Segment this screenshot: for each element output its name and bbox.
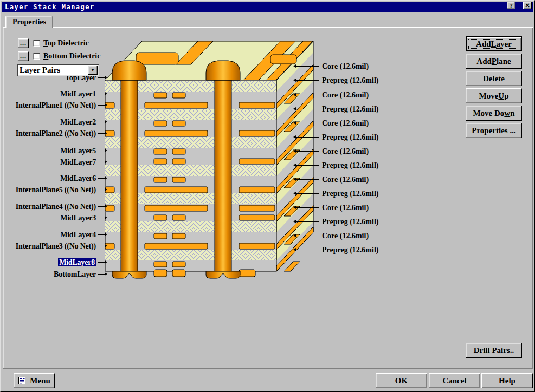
- arrow-right-icon: [98, 177, 107, 180]
- dielectric-label: Core (12.6mil): [322, 119, 369, 128]
- layer-name-label[interactable]: MidLayer1: [60, 90, 96, 98]
- layer-name-label[interactable]: InternalPlane4 ((No Net)): [16, 202, 96, 211]
- arrow-right-icon: [98, 205, 107, 208]
- arrow-left-icon: [293, 121, 319, 125]
- layer-stack-manager-dialog: Layer Stack Manager ? ✕ Properties: [0, 0, 535, 392]
- arrow-right-icon: [98, 272, 107, 276]
- arrow-left-icon: [293, 192, 319, 195]
- layer-row[interactable]: InternalPlane3 ((No Net)): [1, 242, 107, 250]
- titlebar[interactable]: Layer Stack Manager: [2, 2, 533, 12]
- add-layer-button[interactable]: Add Layer: [466, 36, 522, 51]
- arrow-left-icon: [293, 149, 319, 153]
- arrow-right-icon: [98, 188, 107, 192]
- bottom-dielectric-label: Bottom Dielectric: [43, 52, 100, 61]
- layer-name-label[interactable]: InternalPlane5 ((No Net)): [16, 186, 96, 194]
- dielectric-row: Prepreg (12.6mil): [293, 105, 467, 113]
- layer-row[interactable]: InternalPlane2 ((No Net)): [1, 129, 107, 138]
- layer-name-label[interactable]: MidLayer4: [60, 231, 96, 239]
- dielectric-label: Core (12.6mil): [322, 91, 369, 100]
- layer-row[interactable]: MidLayer8: [1, 258, 107, 266]
- layer-pairs-dropdown[interactable]: Layer Pairs ▼: [17, 64, 99, 76]
- dielectric-label: Prepreg (12.6mil): [322, 105, 378, 114]
- arrow-right-icon: [98, 76, 107, 80]
- arrow-left-icon: [293, 220, 319, 224]
- layer-name-label[interactable]: MidLayer2: [60, 118, 96, 126]
- bottom-dielectric-checkbox[interactable]: [33, 53, 40, 60]
- layer-row[interactable]: BottomLayer: [1, 270, 107, 278]
- arrow-right-icon: [98, 233, 107, 237]
- chevron-down-icon[interactable]: ▼: [88, 66, 98, 75]
- layer-name-label[interactable]: MidLayer5: [60, 147, 96, 155]
- move-down-button[interactable]: Move Down: [466, 106, 522, 121]
- dielectric-row: Core (12.6mil): [293, 204, 467, 212]
- top-dielectric-checkbox[interactable]: [33, 40, 40, 47]
- dielectric-row: Core (12.6mil): [293, 232, 467, 240]
- dielectric-label: Prepreg (12.6mil): [322, 161, 378, 170]
- add-plane-button[interactable]: Add Plane: [466, 54, 522, 69]
- close-button[interactable]: ✕: [523, 2, 532, 9]
- help-titlebar-button[interactable]: ?: [507, 2, 515, 9]
- dielectric-label: Core (12.6mil): [322, 204, 369, 212]
- dielectric-label: Core (12.6mil): [322, 232, 369, 240]
- bottom-dielectric-browse-button[interactable]: ...: [18, 51, 29, 61]
- dielectric-row: Prepreg (12.6mil): [293, 133, 467, 141]
- layer-name-label[interactable]: MidLayer7: [60, 158, 96, 166]
- cancel-button[interactable]: Cancel: [429, 373, 480, 388]
- move-up-button[interactable]: Move Up: [466, 88, 522, 103]
- layer-row[interactable]: MidLayer2: [1, 118, 107, 126]
- arrow-left-icon: [293, 93, 319, 97]
- delete-button[interactable]: Delete: [466, 71, 522, 86]
- top-dielectric-label: Top Dielectric: [43, 39, 89, 48]
- layer-name-label[interactable]: InternalPlane1 ((No Net)): [16, 101, 96, 109]
- dielectric-label: Prepreg (12.6mil): [322, 246, 378, 254]
- arrow-left-icon: [293, 178, 319, 181]
- drill-pairs-button[interactable]: Drill Pairs..: [466, 343, 522, 358]
- menu-button[interactable]: Menu: [14, 373, 55, 388]
- layer-name-label[interactable]: MidLayer6: [60, 174, 96, 182]
- menu-icon: [18, 376, 27, 385]
- tab-properties[interactable]: Properties: [5, 16, 53, 28]
- dielectric-row: Prepreg (12.6mil): [293, 76, 467, 84]
- arrow-right-icon: [98, 120, 107, 124]
- dielectric-label: Prepreg (12.6mil): [322, 76, 378, 85]
- arrow-left-icon: [293, 79, 319, 82]
- layer-row[interactable]: MidLayer5: [1, 147, 107, 155]
- dielectric-row: Core (12.6mil): [293, 147, 467, 155]
- arrow-left-icon: [293, 64, 319, 68]
- arrow-right-icon: [98, 160, 107, 164]
- layer-row[interactable]: InternalPlane5 ((No Net)): [1, 186, 107, 194]
- arrow-right-icon: [98, 132, 107, 135]
- layer-name-label[interactable]: BottomLayer: [54, 270, 96, 278]
- layer-name-label[interactable]: InternalPlane3 ((No Net)): [16, 242, 96, 250]
- properties-button[interactable]: Properties ...: [466, 123, 522, 138]
- layer-row[interactable]: MidLayer4: [1, 231, 107, 239]
- arrow-left-icon: [293, 248, 319, 252]
- arrow-right-icon: [98, 92, 107, 96]
- dielectric-label: Prepreg (12.6mil): [322, 133, 378, 142]
- arrow-left-icon: [293, 107, 319, 111]
- dielectric-label: Prepreg (12.6mil): [322, 190, 378, 198]
- arrow-left-icon: [293, 135, 319, 139]
- arrow-left-icon: [293, 234, 319, 238]
- dielectric-row: Prepreg (12.6mil): [293, 218, 467, 226]
- dielectric-label: Prepreg (12.6mil): [322, 218, 378, 226]
- layer-row[interactable]: InternalPlane4 ((No Net)): [1, 202, 107, 211]
- top-dielectric-browse-button[interactable]: ...: [18, 38, 29, 48]
- arrow-left-icon: [293, 164, 319, 167]
- ok-button[interactable]: OK: [376, 373, 427, 388]
- dielectric-row: Prepreg (12.6mil): [293, 246, 467, 254]
- layer-row[interactable]: MidLayer3: [1, 214, 107, 222]
- help-button[interactable]: Help: [481, 373, 533, 388]
- dielectric-label: Core (12.6mil): [322, 62, 369, 71]
- layer-row[interactable]: MidLayer6: [1, 174, 107, 182]
- dielectric-row: Prepreg (12.6mil): [293, 190, 467, 198]
- layer-name-label-selected[interactable]: MidLayer8: [58, 258, 96, 266]
- layer-row[interactable]: InternalPlane1 ((No Net)): [1, 101, 107, 109]
- arrow-right-icon: [98, 216, 107, 220]
- layer-name-label[interactable]: InternalPlane2 ((No Net)): [16, 129, 96, 138]
- layer-row[interactable]: MidLayer7: [1, 158, 107, 166]
- layer-name-label[interactable]: MidLayer3: [60, 214, 96, 222]
- arrow-right-icon: [98, 244, 107, 248]
- layer-row[interactable]: MidLayer1: [1, 90, 107, 98]
- arrow-right-icon: [98, 260, 107, 264]
